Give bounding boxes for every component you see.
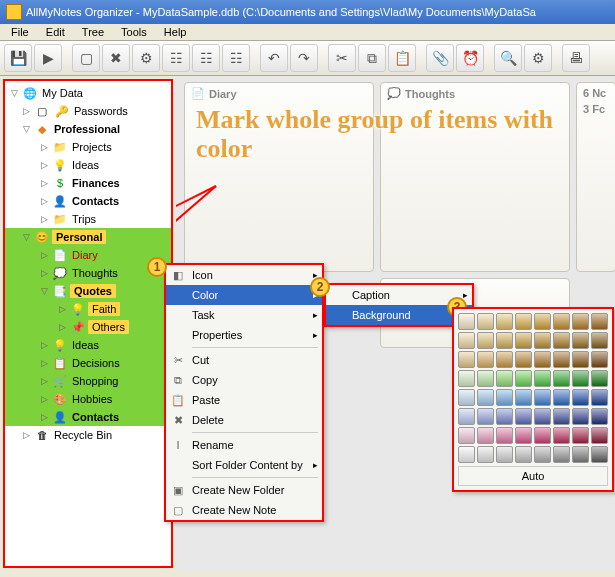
tree-root[interactable]: ▽🌐My Data <box>5 84 171 102</box>
color-swatch[interactable] <box>553 370 570 387</box>
redo-button[interactable]: ↷ <box>290 44 318 72</box>
delete-button[interactable]: ✖ <box>102 44 130 72</box>
color-swatch[interactable] <box>553 313 570 330</box>
ctx-cut[interactable]: ✂Cut <box>166 350 322 370</box>
color-swatch[interactable] <box>515 427 532 444</box>
color-swatch[interactable] <box>572 446 589 463</box>
props-button[interactable]: ⚙ <box>132 44 160 72</box>
color-swatch[interactable] <box>534 313 551 330</box>
color-swatch[interactable] <box>458 446 475 463</box>
color-swatch[interactable] <box>572 370 589 387</box>
color-swatch[interactable] <box>591 370 608 387</box>
color-swatch[interactable] <box>458 408 475 425</box>
color-swatch[interactable] <box>534 351 551 368</box>
color-swatch[interactable] <box>534 332 551 349</box>
menu-help[interactable]: Help <box>157 24 194 40</box>
ctx-icon[interactable]: ◧Icon <box>166 265 322 285</box>
color-swatch[interactable] <box>591 389 608 406</box>
color-swatch[interactable] <box>572 313 589 330</box>
search-button[interactable]: 🔍 <box>494 44 522 72</box>
ctx-new-note[interactable]: ▢Create New Note <box>166 500 322 520</box>
ctx-delete[interactable]: ✖Delete <box>166 410 322 430</box>
color-swatch[interactable] <box>553 427 570 444</box>
tree-shopping[interactable]: ▷🛒Shopping <box>5 372 171 390</box>
color-swatch[interactable] <box>458 313 475 330</box>
color-swatch[interactable] <box>534 446 551 463</box>
play-button[interactable]: ▶ <box>34 44 62 72</box>
color-swatch[interactable] <box>458 389 475 406</box>
tree-others[interactable]: ▷📌Others <box>5 318 171 336</box>
color-swatch[interactable] <box>591 446 608 463</box>
color-swatch[interactable] <box>477 408 494 425</box>
color-swatch[interactable] <box>496 332 513 349</box>
color-swatch[interactable] <box>572 389 589 406</box>
tree-recycle[interactable]: ▷🗑Recycle Bin <box>5 426 171 444</box>
ctx-paste[interactable]: 📋Paste <box>166 390 322 410</box>
color-swatch[interactable] <box>458 427 475 444</box>
color-swatch[interactable] <box>515 408 532 425</box>
tree-finances[interactable]: ▷$Finances <box>5 174 171 192</box>
color-swatch[interactable] <box>477 446 494 463</box>
save-button[interactable]: 💾 <box>4 44 32 72</box>
print-button[interactable]: 🖶 <box>562 44 590 72</box>
color-swatch[interactable] <box>496 313 513 330</box>
color-swatch[interactable] <box>591 351 608 368</box>
color-swatch[interactable] <box>572 332 589 349</box>
color-swatch[interactable] <box>534 389 551 406</box>
color-swatch[interactable] <box>553 408 570 425</box>
tree-decisions[interactable]: ▷📋Decisions <box>5 354 171 372</box>
color-swatch[interactable] <box>496 427 513 444</box>
ctx-color[interactable]: Color <box>166 285 322 305</box>
color-swatch[interactable] <box>515 351 532 368</box>
color-swatch[interactable] <box>515 389 532 406</box>
tree-contacts[interactable]: ▷👤Contacts <box>5 408 171 426</box>
color-swatch[interactable] <box>496 370 513 387</box>
tree-panel[interactable]: ▽🌐My Data ▷▢🔑Passwords ▽◆Professional ▷📁… <box>3 79 173 568</box>
color-swatch[interactable] <box>496 389 513 406</box>
color-swatch[interactable] <box>553 446 570 463</box>
color-swatch[interactable] <box>591 332 608 349</box>
tree-professional[interactable]: ▽◆Professional <box>5 120 171 138</box>
color-swatch[interactable] <box>572 427 589 444</box>
tree-trips[interactable]: ▷📁Trips <box>5 210 171 228</box>
color-swatch[interactable] <box>553 389 570 406</box>
attach-button[interactable]: 📎 <box>426 44 454 72</box>
context-menu[interactable]: ◧Icon Color Task Properties ✂Cut ⧉Copy 📋… <box>164 263 324 522</box>
ctx-task[interactable]: Task <box>166 305 322 325</box>
menu-tree[interactable]: Tree <box>75 24 111 40</box>
menu-file[interactable]: File <box>4 24 36 40</box>
ctx-copy[interactable]: ⧉Copy <box>166 370 322 390</box>
color-swatch[interactable] <box>458 370 475 387</box>
color-swatch[interactable] <box>515 370 532 387</box>
menu-edit[interactable]: Edit <box>39 24 72 40</box>
tree-faith[interactable]: ▷💡Faith <box>5 300 171 318</box>
tree-button[interactable]: ☷ <box>162 44 190 72</box>
color-swatch[interactable] <box>477 389 494 406</box>
tree-projects[interactable]: ▷📁Projects <box>5 138 171 156</box>
ctx-new-folder[interactable]: ▣Create New Folder <box>166 480 322 500</box>
ctx-sort[interactable]: Sort Folder Content by <box>166 455 322 475</box>
color-swatch[interactable] <box>477 332 494 349</box>
copy-button[interactable]: ⧉ <box>358 44 386 72</box>
color-swatch[interactable] <box>515 313 532 330</box>
tree-personal[interactable]: ▽😊Personal <box>5 228 171 246</box>
color-palette[interactable]: Auto <box>452 307 614 492</box>
menu-tools[interactable]: Tools <box>114 24 154 40</box>
color-swatch[interactable] <box>591 408 608 425</box>
color-swatch[interactable] <box>477 370 494 387</box>
color-swatch[interactable] <box>591 313 608 330</box>
new-button[interactable]: ▢ <box>72 44 100 72</box>
color-swatch[interactable] <box>553 351 570 368</box>
color-swatch[interactable] <box>553 332 570 349</box>
color-swatch[interactable] <box>534 408 551 425</box>
menubar[interactable]: File Edit Tree Tools Help <box>0 24 615 41</box>
tree2-button[interactable]: ☷ <box>192 44 220 72</box>
tree3-button[interactable]: ☷ <box>222 44 250 72</box>
color-swatch[interactable] <box>496 446 513 463</box>
tree-hobbies[interactable]: ▷🎨Hobbies <box>5 390 171 408</box>
remind-button[interactable]: ⏰ <box>456 44 484 72</box>
ctx-rename[interactable]: IRename <box>166 435 322 455</box>
color-swatch[interactable] <box>477 427 494 444</box>
color-swatch[interactable] <box>591 427 608 444</box>
color-swatch[interactable] <box>477 313 494 330</box>
